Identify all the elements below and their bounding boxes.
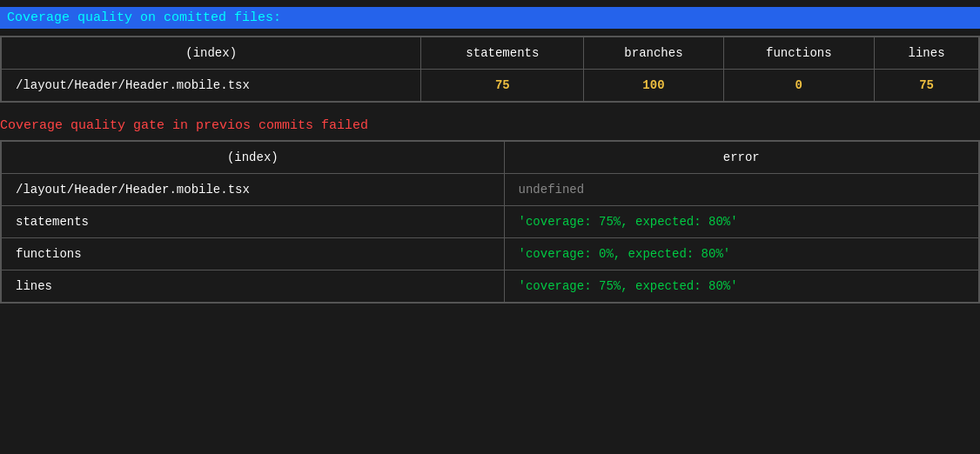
quality-row-branches: 100 — [584, 70, 723, 102]
gate-table-row-functions: functions 'coverage: 0%, expected: 80%' — [2, 238, 979, 270]
quality-table-header-row: (index) statements branches functions li… — [2, 37, 979, 70]
quality-table-row: /layout/Header/Header.mobile.tsx 75 100 … — [2, 70, 979, 102]
gate-functions-value: 'coverage: 0%, expected: 80%' — [504, 238, 978, 270]
quality-table-wrapper: (index) statements branches functions li… — [0, 36, 980, 103]
gate-col-header-error: error — [504, 142, 978, 174]
page-container: Coverage quality on comitted files: (ind… — [0, 0, 980, 321]
col-header-lines: lines — [875, 37, 979, 70]
gate-undefined-label: undefined — [519, 183, 964, 197]
gate-table-header-row: (index) error — [2, 142, 979, 174]
gate-col-header-index: (index) — [2, 142, 505, 174]
quality-row-lines: 75 — [875, 70, 979, 102]
col-header-statements: statements — [421, 37, 584, 70]
gate-row-index: /layout/Header/Header.mobile.tsx — [2, 174, 505, 206]
quality-table: (index) statements branches functions li… — [1, 37, 979, 102]
gate-statements-value: 'coverage: 75%, expected: 80%' — [504, 206, 978, 238]
gate-lines-value: 'coverage: 75%, expected: 80%' — [504, 270, 978, 303]
gate-lines-label: lines — [2, 270, 505, 303]
gate-table: (index) error /layout/Header/Header.mobi… — [1, 141, 979, 303]
quality-row-statements: 75 — [421, 70, 584, 102]
col-header-index: (index) — [2, 37, 421, 70]
coverage-quality-title: Coverage quality on comitted files: — [0, 7, 980, 29]
col-header-branches: branches — [584, 37, 723, 70]
gate-file-name: /layout/Header/Header.mobile.tsx — [16, 183, 490, 197]
gate-table-wrapper: (index) error /layout/Header/Header.mobi… — [0, 140, 980, 304]
gate-row-error-cell: undefined — [504, 174, 978, 206]
quality-row-index: /layout/Header/Header.mobile.tsx — [2, 70, 421, 102]
gate-functions-label: functions — [2, 238, 505, 270]
gate-table-row-statements: statements 'coverage: 75%, expected: 80%… — [2, 206, 979, 238]
gate-statements-label: statements — [2, 206, 505, 238]
col-header-functions: functions — [723, 37, 875, 70]
gate-table-row-lines: lines 'coverage: 75%, expected: 80%' — [2, 270, 979, 303]
gate-table-row-file: /layout/Header/Header.mobile.tsx undefin… — [2, 174, 979, 206]
quality-row-functions: 0 — [723, 70, 875, 102]
coverage-gate-title: Coverage quality gate in previos commits… — [0, 113, 980, 140]
